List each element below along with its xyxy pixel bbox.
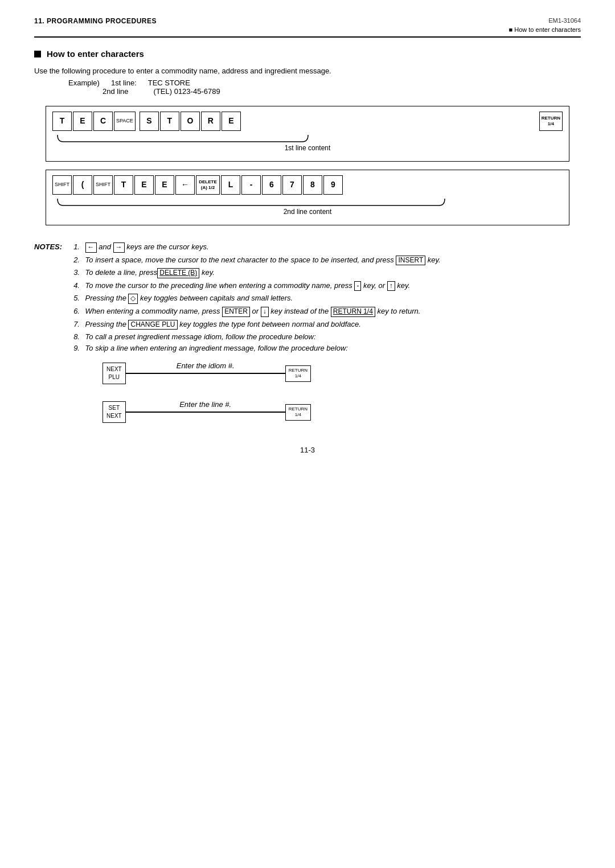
note-8: 8. To call a preset ingredient message i… bbox=[73, 332, 441, 341]
key-paren: ( bbox=[73, 175, 92, 195]
header-top: 11. PROGRAMMING PROCEDURES EM1-31064 bbox=[34, 17, 581, 25]
key-E1: E bbox=[73, 112, 92, 131]
cursor-right-key: → bbox=[113, 242, 125, 253]
diagram1: T E C SPACE S T O R E RETURN1/4 1st line… bbox=[46, 106, 569, 162]
return14-key: RETURN 1/4 bbox=[331, 307, 375, 317]
note-1-num: 1. bbox=[73, 242, 80, 251]
diagram2: SHIFT ( SHIFT T E E ← DELETE(A) 1/2 L - … bbox=[46, 170, 569, 225]
line1-value: TEC STORE bbox=[148, 79, 190, 87]
cursor-left-key: ← bbox=[85, 242, 97, 253]
key-E2: E bbox=[222, 112, 241, 131]
idiom-instruction: Enter the idiom #. bbox=[126, 361, 285, 370]
note-2-num: 2. bbox=[73, 256, 80, 264]
key-dash: - bbox=[241, 175, 261, 195]
example-block: Example) 1st line: TEC STORE 2nd line (T… bbox=[68, 79, 581, 96]
key-8: 8 bbox=[303, 175, 322, 195]
notes-label: NOTES: bbox=[34, 242, 62, 251]
note-6: 6. When entering a commodity name, press… bbox=[73, 307, 441, 317]
note-7: 7. Pressing the CHANGE PLU key toggles t… bbox=[73, 320, 441, 330]
key-E4: E bbox=[155, 175, 174, 195]
line1-label: 1st line: bbox=[111, 79, 137, 87]
key-C: C bbox=[93, 112, 113, 131]
how-to-section: How to enter characters Use the followin… bbox=[34, 49, 581, 423]
intro-text: Use the following procedure to enter a c… bbox=[34, 67, 581, 75]
diamond-key: ◇ bbox=[128, 294, 138, 304]
enter-key: ENTER bbox=[222, 307, 250, 317]
set-next-key: SETNEXT bbox=[102, 401, 126, 423]
page-number: 11-3 bbox=[34, 446, 581, 454]
bracket-arc-1 bbox=[52, 134, 563, 144]
line2-value: (TEL) 0123-45-6789 bbox=[154, 87, 220, 96]
note-8-num: 8. bbox=[73, 332, 80, 341]
line-diagram: SETNEXT Enter the line #. RETURN1/4 bbox=[102, 401, 581, 423]
note-4-num: 4. bbox=[73, 281, 80, 290]
note-3-num: 3. bbox=[73, 268, 80, 277]
next-plu-key: NEXTPLU bbox=[102, 363, 126, 384]
key-R: R bbox=[201, 112, 220, 131]
note-2: 2. To insert a space, move the cursor to… bbox=[73, 256, 441, 266]
key-T3: T bbox=[114, 175, 133, 195]
key-return1: RETURN1/4 bbox=[539, 112, 563, 131]
key-shift1: SHIFT bbox=[52, 175, 72, 195]
how-to-title: How to enter characters bbox=[34, 49, 581, 59]
example-label: Example) bbox=[68, 79, 100, 87]
key-9: 9 bbox=[323, 175, 343, 195]
note-5-num: 5. bbox=[73, 294, 80, 302]
key-space: SPACE bbox=[114, 112, 136, 131]
insert-key: INSERT bbox=[396, 256, 425, 266]
change-plu-key: CHANGE PLU bbox=[128, 320, 177, 330]
key-E3: E bbox=[134, 175, 154, 195]
line-instruction: Enter the line #. bbox=[126, 400, 285, 409]
note-6-num: 6. bbox=[73, 307, 80, 315]
diagram2-label: 2nd line content bbox=[52, 208, 563, 216]
idiom-diagram: NEXTPLU Enter the idiom #. RETURN1/4 bbox=[102, 363, 581, 384]
key-6: 6 bbox=[262, 175, 281, 195]
down-key: ↓ bbox=[261, 307, 269, 317]
doc-id: EM1-31064 bbox=[548, 17, 581, 24]
notes-list: 1. ← and → keys are the cursor keys. 2. … bbox=[68, 242, 441, 358]
diagram1-label: 1st line content bbox=[52, 144, 563, 152]
key-shift2: SHIFT bbox=[93, 175, 113, 195]
note-9: 9. To skip a line when entering an ingre… bbox=[73, 344, 441, 352]
key-T2: T bbox=[160, 112, 179, 131]
note-5: 5. Pressing the ◇ key toggles between ca… bbox=[73, 294, 441, 304]
note-4: 4. To move the cursor to the preceding l… bbox=[73, 281, 441, 291]
delete-b-key: DELETE (B) bbox=[157, 268, 199, 278]
key-O: O bbox=[181, 112, 200, 131]
key-S: S bbox=[140, 112, 159, 131]
key-delete: DELETE(A) 1/2 bbox=[196, 175, 220, 195]
return-key-line: RETURN1/4 bbox=[285, 404, 311, 421]
note-1: 1. ← and → keys are the cursor keys. bbox=[73, 242, 441, 253]
note-3: 3. To delete a line, pressDELETE (B) key… bbox=[73, 268, 441, 278]
key-larrow: ← bbox=[175, 175, 195, 195]
return-key-idiom: RETURN1/4 bbox=[285, 365, 311, 382]
notes-section: NOTES: 1. ← and → keys are the cursor ke… bbox=[34, 242, 581, 358]
key-T: T bbox=[52, 112, 72, 131]
key-L: L bbox=[221, 175, 240, 195]
note-7-num: 7. bbox=[73, 320, 80, 328]
line2-label: 2nd line bbox=[102, 87, 129, 96]
breadcrumb-row: ■ How to enter characters bbox=[34, 26, 581, 33]
key-7: 7 bbox=[282, 175, 302, 195]
minus-key: - bbox=[354, 281, 361, 291]
note-9-num: 9. bbox=[73, 344, 80, 352]
up-key: ↑ bbox=[387, 281, 395, 291]
header-divider bbox=[34, 36, 581, 38]
section-title: 11. PROGRAMMING PROCEDURES bbox=[34, 17, 157, 25]
black-square-icon bbox=[34, 51, 41, 57]
bracket-arc-2 bbox=[52, 198, 563, 208]
